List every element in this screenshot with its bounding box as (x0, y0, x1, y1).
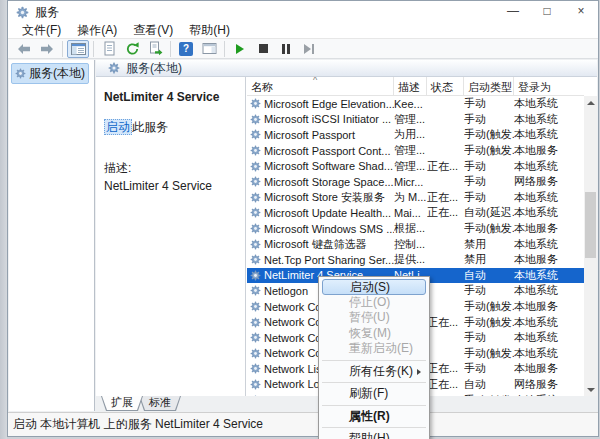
description-label: 描述: (104, 160, 245, 177)
context-menu-item[interactable]: 恢复(M) (320, 326, 428, 342)
menu-view[interactable]: 查看(V) (125, 22, 181, 39)
context-menu-item[interactable]: 重新启动(E) (320, 341, 428, 357)
column-header-name[interactable]: 名称^ (247, 77, 394, 95)
service-row[interactable]: Microsoft Update Health... Mai... 正在... … (247, 205, 584, 221)
minimize-button[interactable]: — (496, 1, 530, 23)
service-name-cell: Microsoft 键盘筛选器 (247, 237, 394, 252)
start-service-line: 启动此服务 (104, 119, 245, 136)
start-service-button[interactable] (229, 40, 251, 58)
service-gear-icon (250, 332, 261, 343)
column-header-logon-as[interactable]: 登录为 (514, 77, 584, 95)
service-row[interactable]: Microsoft Software Shad... 管理... 正在... 手… (247, 158, 584, 174)
service-row[interactable]: Microsoft Passport Cont... 管理... 手动(触发..… (247, 143, 584, 159)
help-button[interactable]: ? (175, 40, 197, 58)
refresh-icon (125, 41, 140, 56)
restart-icon (304, 44, 314, 54)
properties-button[interactable] (98, 40, 120, 58)
toolbar-separator (224, 41, 225, 57)
context-menu-item[interactable]: 刷新(F) (320, 386, 428, 402)
maximize-button[interactable]: □ (530, 1, 564, 23)
context-menu-item[interactable]: 所有任务(K) (320, 364, 428, 380)
services-window: 服务 — □ × 文件(F) 操作(A) 查看(V) 帮助(H) (7, 0, 599, 437)
console-tree-pane: 服务(本地) (9, 60, 95, 411)
service-name: Microsoft Windows SMS ... (264, 223, 394, 235)
service-gear-icon (250, 176, 261, 187)
context-menu-item-label: 恢复(M) (349, 326, 391, 340)
service-name-cell: Microsoft Store 安装服务 (247, 190, 394, 205)
service-row[interactable]: Microsoft iSCSI Initiator ... 管理... 手动 本… (247, 112, 584, 128)
start-service-link[interactable]: 启动 (104, 119, 132, 135)
service-row[interactable]: Microsoft Passport 为用... 手动(触发... 本地系统 (247, 127, 584, 143)
service-name: Microsoft Update Health... (264, 207, 391, 219)
service-row[interactable]: Microsoft Store 安装服务 为 M... 正在... 手动 本地系… (247, 190, 584, 206)
context-menu-item-label: 属性(R) (349, 409, 390, 423)
service-row[interactable]: Net.Tcp Port Sharing Ser... 提供... 禁用 本地服… (247, 252, 584, 268)
column-header-description[interactable]: 描述 (394, 77, 427, 95)
service-logon-as: 本地服务 (514, 299, 584, 314)
services-gear-icon (16, 6, 29, 19)
service-logon-as: 本地系统 (514, 315, 584, 330)
service-logon-as: 本地系统 (514, 283, 584, 298)
background-page-strip (0, 0, 7, 439)
forward-button[interactable] (36, 40, 58, 58)
service-status: 正在... (427, 377, 464, 392)
back-button[interactable] (13, 40, 35, 58)
service-name-cell: Net.Tcp Port Sharing Ser... (247, 254, 394, 266)
context-menu-item-label: 帮助(H) (349, 431, 390, 439)
context-menu-item[interactable]: 暂停(U) (320, 310, 428, 326)
service-logon-as: 本地服务 (514, 252, 584, 267)
service-name-cell: Microsoft Passport Cont... (247, 145, 394, 157)
context-menu-item[interactable]: 属性(R) (320, 409, 428, 425)
service-gear-icon (250, 98, 261, 109)
start-service-link-rest[interactable]: 此服务 (132, 120, 168, 134)
menu-action[interactable]: 操作(A) (69, 22, 125, 39)
service-name-cell: Microsoft Edge Elevation... (247, 98, 394, 110)
scrollbar-thumb[interactable] (585, 192, 596, 258)
action-pane-icon (202, 42, 217, 55)
show-action-pane-button[interactable] (198, 40, 220, 58)
context-menu-item[interactable]: 停止(O) (320, 295, 428, 311)
service-row[interactable]: Microsoft Edge Elevation... Kee... 手动 本地… (247, 96, 584, 112)
service-description: 管理... (394, 112, 427, 127)
service-row[interactable]: Microsoft Windows SMS ... 根据... 手动(触发...… (247, 221, 584, 237)
service-logon-as: 本地系统 (514, 159, 584, 174)
refresh-button[interactable] (121, 40, 143, 58)
service-gear-icon (250, 207, 261, 218)
scroll-up-icon[interactable] (584, 96, 597, 109)
title-bar[interactable]: 服务 — □ × (8, 1, 598, 23)
service-logon-as: 本地服务 (514, 221, 584, 236)
tab-standard[interactable]: 标准 (139, 396, 181, 411)
restart-service-button[interactable] (298, 40, 320, 58)
tab-extended[interactable]: 扩展 (101, 396, 143, 411)
column-header-startup-type[interactable]: 启动类型 (464, 77, 514, 95)
service-name: Microsoft Edge Elevation... (264, 98, 394, 110)
service-name-cell: Microsoft Software Shad... (247, 160, 394, 172)
service-description: 控制... (394, 237, 427, 252)
close-button[interactable]: × (564, 1, 598, 23)
menu-separator (322, 405, 426, 406)
export-list-button[interactable] (144, 40, 166, 58)
service-row[interactable]: Microsoft Storage Space... Micr... 手动 网络… (247, 174, 584, 190)
pause-service-button[interactable] (275, 40, 297, 58)
show-console-tree-button[interactable] (67, 40, 89, 58)
service-name: Microsoft iSCSI Initiator ... (264, 113, 391, 125)
tree-item-services-local[interactable]: 服务(本地) (11, 63, 89, 84)
menu-help[interactable]: 帮助(H) (181, 22, 238, 39)
vertical-scrollbar[interactable] (584, 96, 597, 396)
service-name: Microsoft 键盘筛选器 (264, 237, 367, 252)
service-row[interactable]: Microsoft 键盘筛选器 控制... 禁用 本地系统 (247, 236, 584, 252)
context-menu-item[interactable]: 帮助(H) (320, 431, 428, 439)
service-startup-type: 手动(触发... (464, 315, 514, 330)
stop-service-button[interactable] (252, 40, 274, 58)
stop-icon (259, 44, 268, 53)
help-icon: ? (179, 42, 193, 56)
menu-file[interactable]: 文件(F) (14, 22, 69, 39)
service-gear-icon (250, 270, 261, 281)
column-header-status[interactable]: 状态 (427, 77, 464, 95)
selected-service-title: NetLimiter 4 Service (104, 90, 245, 104)
service-startup-type: 禁用 (464, 237, 514, 252)
context-menu-item[interactable]: 启动(S) (322, 279, 426, 295)
service-gear-icon (250, 301, 261, 312)
service-startup-type: 手动 (464, 159, 514, 174)
scroll-down-icon[interactable] (584, 383, 597, 396)
